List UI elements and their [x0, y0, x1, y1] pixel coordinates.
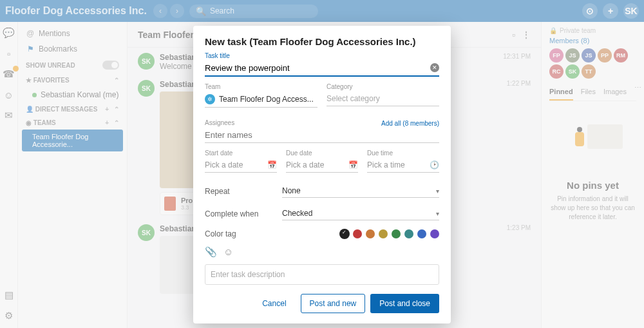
team-label: Team — [205, 83, 317, 90]
clock-icon: 🕑 — [430, 160, 439, 169]
task-title-label: Task title — [205, 52, 439, 59]
modal-overlay: New task (Team Floofer Dog Accessories I… — [0, 0, 644, 328]
repeat-label: Repeat — [205, 187, 282, 196]
clear-icon[interactable]: ✕ — [430, 63, 439, 72]
color-swatch[interactable] — [417, 229, 426, 238]
new-task-modal: New task (Team Floofer Dog Accessories I… — [193, 26, 451, 323]
start-date-label: Start date — [205, 150, 277, 157]
post-and-close-button[interactable]: Post and close — [370, 294, 439, 313]
complete-when-label: Complete when — [205, 209, 282, 218]
calendar-icon: 📅 — [267, 160, 277, 169]
color-swatch[interactable] — [430, 229, 439, 238]
modal-title: New task (Team Floofer Dog Accessories I… — [205, 36, 439, 47]
color-swatch[interactable] — [379, 229, 388, 238]
cancel-button[interactable]: Cancel — [253, 294, 295, 313]
chevron-down-icon: ▾ — [436, 188, 439, 195]
color-tag-label: Color tag — [205, 229, 340, 238]
category-select[interactable]: Select category — [327, 92, 439, 106]
category-label: Category — [327, 83, 439, 90]
add-all-link[interactable]: Add all (8 members) — [381, 120, 439, 127]
assignees-label: Assignees — [205, 119, 234, 126]
repeat-select[interactable]: None▾ — [282, 184, 439, 198]
post-and-new-button[interactable]: Post and new — [301, 294, 366, 313]
due-time-input[interactable]: Pick a time🕑 — [367, 158, 439, 173]
team-select[interactable]: ✲ Team Floofer Dog Access... — [205, 92, 317, 108]
team-avatar-icon: ✲ — [205, 94, 215, 104]
description-input[interactable]: Enter task description — [205, 264, 439, 285]
color-swatch[interactable] — [404, 229, 413, 238]
start-date-input[interactable]: Pick a date📅 — [205, 158, 277, 173]
calendar-icon: 📅 — [348, 160, 358, 169]
color-swatches — [340, 229, 439, 238]
modal-actions: Cancel Post and new Post and close — [205, 294, 439, 313]
attach-icon[interactable]: 📎 — [205, 246, 217, 258]
complete-when-select[interactable]: Checked▾ — [282, 207, 439, 220]
due-date-label: Due date — [286, 150, 358, 157]
emoji-icon[interactable]: ☺ — [223, 246, 233, 258]
color-swatch[interactable] — [340, 229, 349, 238]
color-swatch[interactable] — [366, 229, 375, 238]
due-time-label: Due time — [367, 150, 439, 157]
chevron-down-icon: ▾ — [436, 210, 439, 217]
color-swatch[interactable] — [392, 229, 401, 238]
due-date-input[interactable]: Pick a date📅 — [286, 158, 358, 173]
color-swatch[interactable] — [353, 229, 362, 238]
task-title-input[interactable] — [205, 61, 439, 77]
assignees-input[interactable] — [205, 128, 439, 143]
